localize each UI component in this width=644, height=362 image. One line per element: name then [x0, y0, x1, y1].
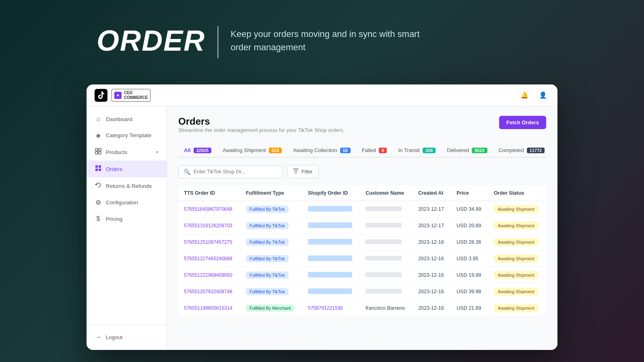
products-chevron-icon: ▾	[156, 150, 159, 155]
col-tts-order-id: TTS Order ID	[178, 185, 240, 201]
price-cell: USD 19.99	[451, 267, 488, 284]
order-id-link[interactable]: 576551198655615314	[184, 305, 232, 311]
tab-label: In Transit	[398, 147, 419, 153]
tab-completed[interactable]: Completed11772	[493, 144, 546, 158]
created-at-cell: 2023-12-17	[413, 218, 451, 234]
page-header: Orders Streamline the order management p…	[178, 116, 546, 141]
sidebar-item-pricing[interactable]: $ Pricing	[87, 211, 167, 227]
svg-rect-3	[95, 152, 98, 154]
col-order-status: Order Status	[488, 185, 546, 201]
sidebar-label-orders: Orders	[106, 166, 122, 172]
created-at-cell: 2023-12-16	[413, 300, 451, 317]
col-price: Price	[451, 185, 488, 201]
customer-name-blurred	[365, 206, 402, 211]
col-created-at: Created At	[413, 185, 451, 201]
fulfillment-badge: Fulfilled By TikTok	[246, 272, 289, 279]
tab-failed[interactable]: Failed0	[356, 144, 393, 158]
tab-in-transit[interactable]: In Transit206	[392, 144, 441, 158]
logout-button[interactable]: → Logout	[87, 329, 167, 345]
sidebar-bottom: → Logout	[87, 325, 167, 345]
status-badge: Awaiting Shipment	[494, 222, 539, 230]
order-status-cell: Awaiting Shipment	[488, 218, 546, 234]
products-icon	[95, 148, 102, 156]
tab-awaiting-collection[interactable]: Awaiting Collection59	[287, 144, 356, 158]
order-id-cell: 576551221968409060	[178, 267, 240, 284]
tab-label: Delivered	[447, 147, 469, 153]
shopify-id-cell	[302, 218, 360, 234]
shopify-id-link[interactable]: 5758791221530	[308, 305, 343, 311]
created-at-cell: 2023-12-16	[413, 251, 451, 267]
svg-rect-5	[95, 165, 98, 168]
filter-button[interactable]: Filter	[287, 165, 319, 178]
created-at-cell: 2023-12-17	[413, 201, 451, 218]
fulfillment-cell: Fulfilled By TikTok	[240, 234, 302, 251]
order-status-cell: Awaiting Shipment	[488, 234, 546, 251]
table-row: 576551221968409060Fulfilled By TikTok202…	[178, 267, 546, 284]
sidebar-item-orders[interactable]: Orders	[87, 160, 167, 177]
shopify-id-cell	[302, 251, 360, 267]
user-profile-button[interactable]: 👤	[537, 89, 549, 102]
order-id-link[interactable]: 576551227465240688	[184, 256, 232, 261]
sidebar-label-category-template: Category Template	[106, 132, 151, 138]
order-status-cell: Awaiting Shipment	[488, 284, 546, 300]
tab-badge: 9523	[472, 148, 487, 153]
col-customer-name: Customer Name	[360, 185, 413, 201]
order-id-link[interactable]: 576551207632408748	[184, 289, 232, 294]
sidebar-item-configuration[interactable]: ⚙ Configuration	[87, 194, 167, 211]
order-id-cell: 576551198655615314	[178, 300, 240, 317]
tab-badge: 0	[379, 148, 387, 153]
shopify-id-blurred	[308, 288, 352, 294]
fulfillment-cell: Fulfilled By TikTok	[240, 267, 302, 284]
fulfillment-cell: Fulfilled By TikTok	[240, 218, 302, 234]
price-cell: USD 28.36	[451, 234, 488, 251]
sidebar-item-products[interactable]: Products ▾	[87, 144, 167, 160]
tab-delivered[interactable]: Delivered9523	[441, 144, 493, 158]
order-id-link[interactable]: 576551221968409060	[184, 272, 232, 278]
tab-label: Awaiting Collection	[293, 147, 337, 153]
created-at-cell: 2023-12-16	[413, 267, 451, 284]
fulfillment-badge: Fulfilled By TikTok	[246, 206, 289, 213]
notification-bell-button[interactable]: 🔔	[518, 89, 531, 102]
dashboard-icon: ⌂	[95, 115, 102, 123]
customer-name-cell	[360, 218, 413, 234]
cedcommerce-logo: CEDCOMMERCE	[111, 89, 151, 102]
top-nav-actions: 🔔 👤	[518, 89, 549, 102]
price-cell: USD 39.98	[451, 284, 488, 300]
created-at-cell: 2023-12-16	[413, 234, 451, 251]
customer-name-cell	[360, 284, 413, 300]
status-badge: Awaiting Shipment	[494, 255, 539, 263]
fulfillment-badge: Fulfilled By Merchant	[246, 304, 295, 312]
sidebar-item-returns-refunds[interactable]: Returns & Refunds	[87, 177, 167, 194]
fetch-orders-button[interactable]: Fetch Orders	[499, 116, 546, 129]
price-cell: USD 20.89	[451, 218, 488, 234]
customer-name-cell	[360, 234, 413, 251]
tab-all[interactable]: All22925	[178, 144, 217, 158]
order-id-cell: 576551227465240688	[178, 251, 240, 267]
sidebar-label-returns: Returns & Refunds	[106, 183, 152, 189]
price-cell: USD 3.95	[451, 251, 488, 267]
sidebar-item-dashboard[interactable]: ⌂ Dashboard	[87, 111, 167, 127]
order-id-link[interactable]: 576551251097457275	[184, 239, 232, 245]
order-id-cell: 576551316126208703	[178, 218, 240, 234]
shopify-id-cell	[302, 284, 360, 300]
shopify-id-blurred	[308, 222, 352, 228]
main-content: ⌂ Dashboard ◈ Category Template Products…	[87, 106, 557, 350]
order-id-link[interactable]: 576551316126208703	[184, 223, 232, 228]
order-id-cell: 576551251097457275	[178, 234, 240, 251]
table-row: 576551227465240688Fulfilled By TikTok202…	[178, 251, 546, 267]
fulfillment-badge: Fulfilled By TikTok	[246, 255, 289, 262]
price-cell: USD 34.99	[451, 201, 488, 218]
tab-badge: 59	[340, 148, 351, 153]
sidebar-item-category-template[interactable]: ◈ Category Template	[87, 127, 167, 144]
app-window: CEDCOMMERCE 🔔 👤 ⌂ Dashboard ◈ Category T…	[87, 84, 557, 350]
status-badge: Awaiting Shipment	[494, 288, 539, 296]
customer-name-blurred	[365, 239, 402, 244]
tab-label: Awaiting Shipment	[223, 147, 266, 153]
tab-awaiting-shipment[interactable]: Awaiting Shipment518	[217, 144, 287, 158]
customer-name-blurred	[365, 256, 402, 261]
order-id-link[interactable]: 576551645867970648	[184, 206, 232, 212]
shopify-id-blurred	[308, 272, 352, 278]
svg-rect-7	[95, 169, 98, 171]
search-input[interactable]	[194, 169, 278, 175]
customer-name-cell	[360, 251, 413, 267]
